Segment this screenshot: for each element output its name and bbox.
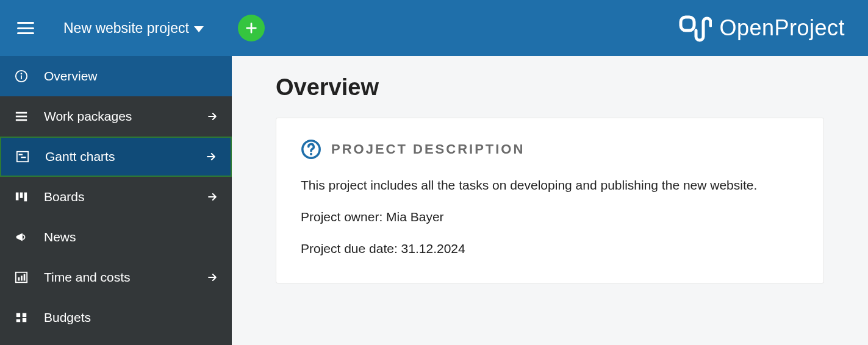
help-icon[interactable]	[301, 139, 321, 160]
chart-icon	[13, 271, 29, 284]
add-button[interactable]	[238, 15, 265, 41]
arrow-right-icon	[206, 271, 218, 283]
svg-rect-12	[24, 193, 27, 202]
openproject-logo-icon	[679, 13, 712, 43]
sidebar-item-boards[interactable]: Boards	[0, 177, 232, 217]
sidebar-item-work-packages[interactable]: Work packages	[0, 96, 232, 137]
svg-rect-16	[24, 274, 26, 281]
sidebar-item-time-and-costs[interactable]: Time and costs	[0, 257, 232, 297]
svg-rect-18	[23, 313, 26, 317]
gantt-icon	[15, 150, 30, 163]
sidebar-item-label: News	[44, 230, 218, 244]
brand-logo: OpenProject	[679, 13, 845, 43]
project-owner-line: Project owner: Mia Bayer	[301, 210, 799, 224]
boards-icon	[13, 190, 29, 204]
plus-icon	[245, 21, 258, 35]
svg-rect-6	[16, 119, 27, 121]
page-title: Overview	[276, 74, 824, 101]
svg-rect-17	[16, 313, 20, 317]
svg-rect-0	[681, 17, 694, 30]
sidebar-item-label: Overview	[44, 69, 218, 84]
sidebar-item-label: Gantt charts	[45, 149, 205, 164]
svg-rect-15	[21, 276, 23, 280]
svg-rect-8	[19, 154, 23, 155]
arrow-right-icon	[206, 191, 218, 203]
project-name: New website project	[63, 20, 189, 37]
list-icon	[13, 110, 29, 123]
sidebar-item-budgets[interactable]: Budgets	[0, 297, 232, 338]
hamburger-menu-icon[interactable]	[17, 22, 34, 34]
svg-point-22	[310, 153, 312, 155]
budget-icon	[13, 311, 29, 324]
sidebar-item-label: Time and costs	[44, 270, 206, 285]
project-description-card: PROJECT DESCRIPTION This project include…	[276, 118, 824, 283]
svg-rect-19	[16, 319, 20, 322]
sidebar-item-label: Work packages	[44, 109, 206, 124]
svg-rect-14	[18, 277, 20, 281]
sidebar-item-label: Budgets	[44, 310, 218, 325]
sidebar-item-label: Boards	[44, 190, 206, 204]
brand-text: OpenProject	[719, 15, 845, 41]
svg-rect-20	[23, 318, 26, 322]
sidebar-item-overview[interactable]: Overview	[0, 56, 232, 96]
card-title: PROJECT DESCRIPTION	[331, 141, 525, 157]
main-content: Overview PROJECT DESCRIPTION This projec…	[232, 56, 868, 345]
description-line: This project includes all the tasks on d…	[301, 178, 799, 193]
project-selector[interactable]: New website project	[63, 20, 204, 37]
svg-rect-4	[16, 112, 27, 114]
sidebar-item-news[interactable]: News	[0, 217, 232, 257]
top-bar: New website project OpenProject	[0, 0, 868, 56]
sidebar: Overview Work packages Gantt charts Boar…	[0, 56, 232, 345]
svg-rect-11	[20, 193, 23, 198]
caret-down-icon	[194, 26, 204, 32]
project-due-date-line: Project due date: 31.12.2024	[301, 241, 799, 256]
svg-rect-10	[16, 193, 19, 201]
card-header: PROJECT DESCRIPTION	[301, 139, 799, 160]
svg-point-2	[21, 73, 23, 75]
svg-rect-9	[21, 157, 26, 158]
megaphone-icon	[13, 230, 29, 244]
arrow-right-icon	[206, 110, 218, 123]
arrow-right-icon	[205, 151, 217, 163]
info-icon	[13, 69, 29, 83]
svg-rect-5	[16, 116, 27, 118]
svg-rect-3	[21, 76, 22, 79]
sidebar-item-gantt-charts[interactable]: Gantt charts	[0, 137, 232, 177]
